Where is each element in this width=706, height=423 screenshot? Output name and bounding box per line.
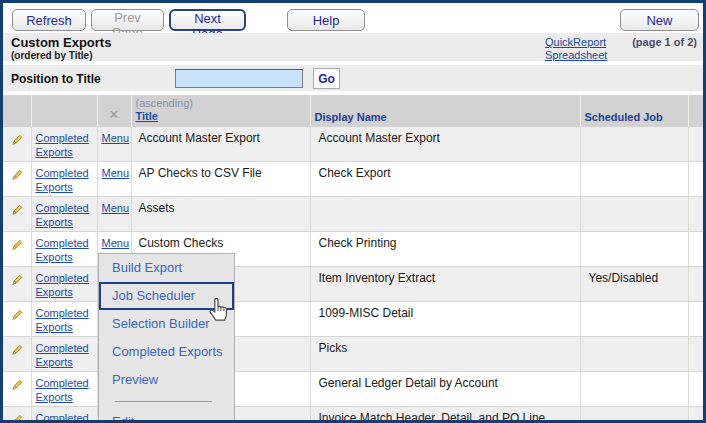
- refresh-button[interactable]: Refresh: [12, 9, 86, 31]
- toolbar: Refresh Prev Page Next Page Help New: [3, 3, 703, 33]
- scheduled-job-cell: [580, 162, 688, 197]
- display-name-cell: 1099-MISC Detail: [310, 302, 580, 337]
- display-name-cell: Item Inventory Extract: [310, 267, 580, 302]
- spreadsheet-link[interactable]: Spreadsheet: [545, 49, 635, 62]
- completed-exports-link[interactable]: Completed Exports: [36, 272, 89, 298]
- completed-exports-link[interactable]: Completed Exports: [36, 167, 89, 193]
- completed-exports-link[interactable]: Completed Exports: [36, 202, 89, 228]
- title-cell: Assets: [131, 197, 310, 232]
- display-name-cell: Invoice Match Header, Detail, and PO Lin…: [310, 407, 580, 423]
- table-row: Completed Exports Menu Account Master Ex…: [3, 127, 703, 162]
- title-sort-link[interactable]: Title: [136, 110, 158, 122]
- clear-sort-x-icon[interactable]: ✕: [102, 107, 127, 123]
- title-cell: Account Master Export: [131, 127, 310, 162]
- display-name-cell: Account Master Export: [310, 127, 580, 162]
- scheduled-job-cell: Yes/Disabled: [580, 267, 688, 302]
- completed-exports-link[interactable]: Completed Exports: [36, 237, 89, 263]
- quickreport-link[interactable]: QuickReport: [545, 36, 635, 49]
- custom-exports-page: Refresh Prev Page Next Page Help New Cus…: [0, 0, 706, 423]
- menu-item-edit[interactable]: Edit: [99, 408, 234, 423]
- pencil-icon[interactable]: [9, 312, 24, 326]
- page-title: Custom Exports: [11, 35, 111, 50]
- pencil-icon[interactable]: [9, 242, 24, 256]
- display-name-cell: Check Export: [310, 162, 580, 197]
- clear-sort-column-header: ✕: [97, 95, 131, 127]
- grid-header-row: ✕ (ascending) Title Display Name Schedul…: [3, 95, 703, 127]
- pencil-icon[interactable]: [9, 417, 24, 423]
- completed-exports-link[interactable]: Completed Exports: [36, 377, 89, 403]
- display-name-cell: Check Printing: [310, 232, 580, 267]
- prev-page-button: Prev Page: [91, 9, 164, 31]
- edit-column-header: [3, 95, 31, 127]
- menu-item-preview[interactable]: Preview: [99, 366, 234, 394]
- title-band: Custom Exports (ordered by Title) QuickR…: [3, 33, 703, 63]
- pencil-icon[interactable]: [9, 382, 24, 396]
- menu-link[interactable]: Menu: [102, 167, 130, 179]
- scheduled-job-cell: [580, 232, 688, 267]
- title-column-header: (ascending) Title: [131, 95, 310, 127]
- menu-separator: [115, 401, 212, 402]
- pencil-icon[interactable]: [9, 207, 24, 221]
- title-cell: AP Checks to CSV File: [131, 162, 310, 197]
- scheduled-job-cell: [580, 197, 688, 232]
- menu-item-completed-exports[interactable]: Completed Exports: [99, 338, 234, 366]
- display-name-cell: General Ledger Detail by Account: [310, 372, 580, 407]
- pencil-icon[interactable]: [9, 277, 24, 291]
- new-button[interactable]: New: [620, 9, 699, 31]
- position-to-title-label: Position to Title: [11, 72, 101, 86]
- export-links: QuickReport Spreadsheet: [545, 36, 635, 62]
- page-subtitle: (ordered by Title): [11, 50, 93, 61]
- help-button[interactable]: Help: [287, 9, 365, 31]
- table-row: Completed Exports Menu Assets: [3, 197, 703, 232]
- pencil-icon[interactable]: [9, 137, 24, 151]
- position-bar: Position to Title Go: [3, 65, 703, 93]
- completed-exports-link[interactable]: Completed Exports: [36, 342, 89, 368]
- scheduled-job-cell: [580, 407, 688, 423]
- scheduled-job-cell: [580, 127, 688, 162]
- context-menu: Build Export Job Scheduler Selection Bui…: [98, 253, 235, 423]
- menu-link[interactable]: Menu: [102, 202, 130, 214]
- table-row: Completed Exports Menu AP Checks to CSV …: [3, 162, 703, 197]
- completed-exports-link[interactable]: Completed Exports: [36, 132, 89, 158]
- scheduled-job-cell: [580, 337, 688, 372]
- scheduled-job-column-header: Scheduled Job: [580, 95, 688, 127]
- display-name-column-header: Display Name: [310, 95, 580, 127]
- completed-exports-link[interactable]: Completed Exports: [36, 412, 89, 423]
- completed-exports-column-header: [31, 95, 97, 127]
- pencil-icon[interactable]: [9, 347, 24, 361]
- completed-exports-link[interactable]: Completed Exports: [36, 307, 89, 333]
- menu-item-build-export[interactable]: Build Export: [99, 254, 234, 282]
- page-indicator: (page 1 of 2): [632, 36, 697, 48]
- pencil-icon[interactable]: [9, 172, 24, 186]
- spacer-column-header: [688, 95, 703, 127]
- menu-link[interactable]: Menu: [102, 132, 130, 144]
- sort-direction-note: (ascending): [136, 97, 306, 110]
- menu-item-selection-builder[interactable]: Selection Builder: [99, 310, 234, 338]
- display-name-cell: Picks: [310, 337, 580, 372]
- scheduled-job-cell: [580, 302, 688, 337]
- menu-link[interactable]: Menu: [102, 237, 130, 249]
- position-to-title-input[interactable]: [175, 69, 303, 88]
- scheduled-job-cell: [580, 372, 688, 407]
- next-page-button[interactable]: Next Page: [169, 9, 246, 31]
- menu-item-job-scheduler[interactable]: Job Scheduler: [99, 282, 234, 310]
- display-name-cell: [310, 197, 580, 232]
- go-button[interactable]: Go: [313, 68, 340, 89]
